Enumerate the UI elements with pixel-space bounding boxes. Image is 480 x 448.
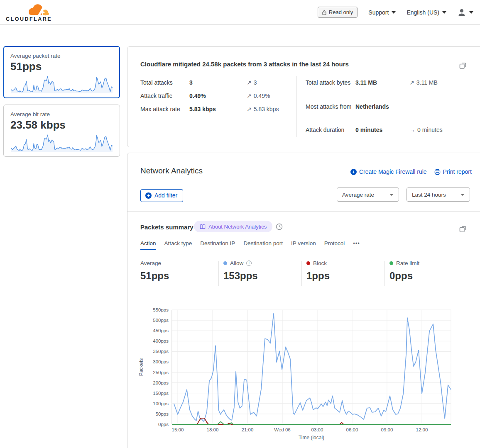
svg-text:300pps: 300pps xyxy=(153,359,169,364)
svg-text:400pps: 400pps xyxy=(153,338,169,343)
svg-text:03:00: 03:00 xyxy=(311,427,323,432)
chevron-down-icon xyxy=(460,194,465,196)
network-analytics-card: Network Analytics + Create Magic Firewal… xyxy=(127,153,480,448)
svg-text:450pps: 450pps xyxy=(153,328,169,333)
summary-title: Cloudflare mitigated 24.58k packets from… xyxy=(140,61,349,68)
print-report-link[interactable]: Print report xyxy=(434,168,472,175)
summary-row: Attack duration 0 minutes →0 minutes xyxy=(306,126,462,135)
chevron-down-icon xyxy=(442,11,446,14)
history-clock-icon[interactable] xyxy=(276,223,283,230)
packet-rate-sparkline xyxy=(10,75,113,94)
svg-text:350pps: 350pps xyxy=(153,349,169,354)
metric-value: 51pps xyxy=(10,60,113,73)
stat-block: Block 1pps xyxy=(306,260,381,282)
svg-text:12:00: 12:00 xyxy=(416,427,428,432)
page-content: Average packet rate 51pps Average bit ra… xyxy=(0,25,480,448)
trend-up-icon: ↗ xyxy=(247,79,252,86)
tab-destination-port[interactable]: Destination port xyxy=(243,240,283,250)
svg-text:200pps: 200pps xyxy=(153,380,169,385)
metric-card-bit-rate[interactable]: Average bit rate 23.58 kbps xyxy=(3,105,120,157)
copy-icon[interactable] xyxy=(459,225,467,233)
trend-up-icon: ↗ xyxy=(409,79,414,86)
main-column: Cloudflare mitigated 24.58k packets from… xyxy=(127,46,480,448)
metric-value: 23.58 kbps xyxy=(10,119,113,131)
stat-average: Average 51pps xyxy=(140,260,215,282)
trend-up-icon: ↗ xyxy=(247,93,252,99)
tab-destination-ip[interactable]: Destination IP xyxy=(200,240,235,250)
svg-text:550pps: 550pps xyxy=(153,307,169,312)
summary-row: Most attacks from Netherlands xyxy=(306,102,462,112)
chevron-down-icon xyxy=(392,11,396,14)
svg-text:21:00: 21:00 xyxy=(242,427,254,432)
svg-text:Time (local): Time (local) xyxy=(299,435,324,441)
metric-select[interactable]: Average rate xyxy=(337,187,399,202)
read-only-badge: Read only xyxy=(318,7,358,18)
more-tabs-button[interactable]: ••• xyxy=(353,240,360,250)
block-legend-dot xyxy=(306,261,310,265)
stat-allow: Allow i 153pps xyxy=(223,260,298,282)
svg-text:500pps: 500pps xyxy=(153,318,169,323)
attack-summary-card: Cloudflare mitigated 24.58k packets from… xyxy=(127,46,480,147)
tab-ip-version[interactable]: IP version xyxy=(291,240,316,250)
cloudflare-wordmark: CLOUDFLARE xyxy=(6,16,52,22)
chevron-down-icon xyxy=(469,11,473,14)
language-menu[interactable]: English (US) xyxy=(407,9,446,16)
summary-row: Max attack rate 5.83 kbps ↗5.83 kbps xyxy=(140,105,296,113)
stat-divider xyxy=(301,261,302,286)
svg-text:250pps: 250pps xyxy=(153,370,169,375)
metric-sidebar: Average packet rate 51pps Average bit ra… xyxy=(3,46,120,157)
summary-row: Total attack bytes 3.11 MB ↗3.11 MB xyxy=(306,78,462,88)
svg-text:18:00: 18:00 xyxy=(207,427,219,432)
copy-icon[interactable] xyxy=(459,62,467,69)
top-header: CLOUDFLARE Read only Support English (US… xyxy=(0,0,480,25)
tab-attack-type[interactable]: Attack type xyxy=(164,240,192,250)
svg-text:0pps: 0pps xyxy=(158,422,169,427)
summary-divider xyxy=(296,76,297,137)
rate-limit-legend-dot xyxy=(389,261,393,265)
create-magic-firewall-rule-link[interactable]: + Create Magic Firewall rule xyxy=(350,168,427,175)
stat-rate-limit: Rate limit 0pps xyxy=(389,260,464,282)
plus-icon: + xyxy=(350,169,357,175)
user-icon xyxy=(457,8,466,17)
time-range-select[interactable]: Last 24 hours xyxy=(407,187,470,202)
svg-text:06:00: 06:00 xyxy=(346,427,358,432)
dimension-tabs: Action Attack type Destination IP Destin… xyxy=(140,240,360,250)
bit-rate-sparkline xyxy=(10,133,113,152)
info-icon[interactable]: i xyxy=(246,261,252,266)
metric-card-packet-rate[interactable]: Average packet rate 51pps xyxy=(3,46,120,98)
chevron-down-icon xyxy=(389,194,394,196)
add-filter-button[interactable]: + Add filter xyxy=(140,189,183,202)
section-divider xyxy=(127,211,480,212)
account-menu[interactable] xyxy=(457,8,473,17)
cloudflare-cloud-icon xyxy=(26,3,52,17)
metric-label: Average bit rate xyxy=(10,111,113,117)
svg-text:09:00: 09:00 xyxy=(381,427,393,432)
about-network-analytics-badge[interactable]: About Network Analytics xyxy=(194,221,272,232)
allow-legend-dot xyxy=(223,261,227,265)
lock-icon xyxy=(322,10,326,15)
printer-icon xyxy=(434,169,441,175)
packets-summary-title: Packets summary xyxy=(140,224,193,231)
stat-divider xyxy=(218,261,219,286)
packets-time-series-chart: 0pps50pps100pps150pps200pps250pps300pps3… xyxy=(137,307,461,443)
stat-divider xyxy=(384,261,385,286)
summary-row: Attack traffic 0.49% ↗0.49% xyxy=(140,92,296,100)
arrow-right-icon: → xyxy=(409,127,415,133)
svg-text:Packets: Packets xyxy=(138,358,144,376)
packets-chart[interactable]: 0pps50pps100pps150pps200pps250pps300pps3… xyxy=(137,307,461,445)
svg-text:Wed 06: Wed 06 xyxy=(274,427,290,432)
svg-text:15:00: 15:00 xyxy=(172,427,184,432)
tab-protocol[interactable]: Protocol xyxy=(324,240,345,250)
cloudflare-logo[interactable]: CLOUDFLARE xyxy=(6,3,52,22)
summary-row: Total attacks 3 ↗3 xyxy=(140,78,296,87)
book-icon xyxy=(200,224,206,229)
support-menu[interactable]: Support xyxy=(368,9,396,16)
svg-text:50pps: 50pps xyxy=(156,411,169,416)
analytics-actions: + Create Magic Firewall rule Print repor… xyxy=(350,168,472,175)
tab-action[interactable]: Action xyxy=(140,240,156,250)
network-analytics-title: Network Analytics xyxy=(140,166,203,175)
read-only-label: Read only xyxy=(329,9,353,15)
plus-icon: + xyxy=(145,192,152,199)
metric-label: Average packet rate xyxy=(10,53,113,59)
trend-up-icon: ↗ xyxy=(247,106,252,112)
